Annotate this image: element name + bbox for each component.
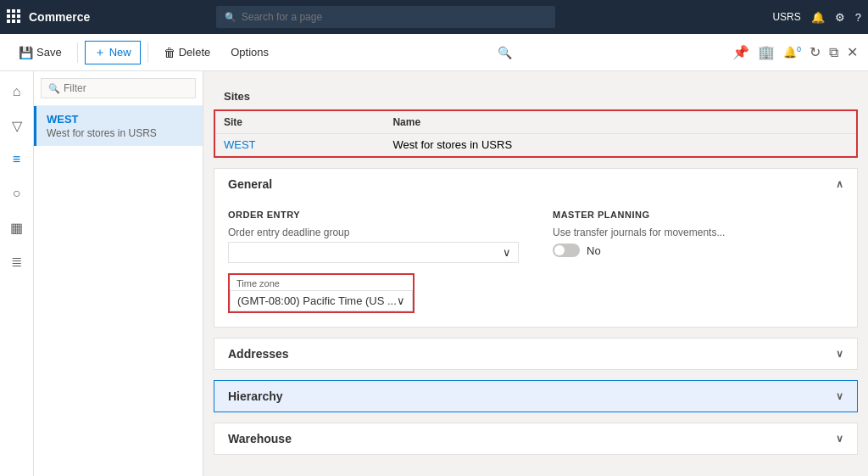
toolbar-search-icon[interactable]: 🔍: [498, 46, 512, 59]
close-icon[interactable]: ✕: [847, 44, 858, 60]
general-body: ORDER ENTRY Order entry deadline group ∨…: [214, 199, 857, 327]
timezone-wrapper: Time zone (GMT-08:00) Pacific Time (US .…: [228, 273, 415, 313]
warehouse-label: Warehouse: [228, 432, 292, 445]
office-icon[interactable]: 🏢: [758, 44, 775, 60]
col-site: Site: [215, 111, 384, 134]
site-cell[interactable]: WEST: [215, 134, 384, 156]
warehouse-header[interactable]: Warehouse ∨: [214, 423, 857, 454]
deadline-group-label: Order entry deadline group: [228, 227, 519, 238]
settings-icon[interactable]: ⚙: [835, 11, 845, 24]
name-cell: West for stores in USRS: [384, 134, 856, 156]
master-planning-label: MASTER PLANNING: [553, 210, 843, 220]
svg-rect-0: [7, 9, 10, 13]
app-title: Commerce: [29, 10, 90, 24]
svg-rect-2: [17, 9, 20, 13]
warehouse-chevron: ∨: [836, 433, 843, 445]
list-item-west[interactable]: WEST West for stores in USRS: [34, 106, 203, 146]
svg-rect-7: [12, 20, 15, 23]
search-icon: 🔍: [225, 12, 236, 23]
nav-menu-icon[interactable]: ≡: [3, 146, 31, 173]
sites-label-area: Sites: [203, 71, 868, 109]
waffle-icon[interactable]: [7, 9, 20, 25]
hierarchy-section: Hierarchy ∨: [214, 380, 858, 412]
hierarchy-label: Hierarchy: [228, 389, 283, 403]
toggle-row: No: [553, 244, 843, 257]
left-panel: 🔍 WEST West for stores in USRS: [34, 71, 203, 476]
table-row: WEST West for stores in USRS: [215, 134, 856, 156]
nav-right-icons: USRS 🔔 ⚙ ?: [772, 11, 861, 24]
general-label: General: [228, 177, 272, 191]
filter-input[interactable]: [64, 82, 188, 94]
search-bar[interactable]: 🔍: [216, 6, 555, 28]
addresses-label: Addresses: [228, 347, 289, 361]
content-area: Sites Site Name WEST West for stores in …: [203, 71, 868, 476]
col-name: Name: [384, 111, 856, 134]
order-entry-col: ORDER ENTRY Order entry deadline group ∨…: [228, 210, 519, 313]
options-button[interactable]: Options: [222, 42, 277, 62]
user-label: USRS: [772, 11, 800, 23]
separator-1: [77, 42, 78, 63]
filter-input-wrapper[interactable]: 🔍: [41, 78, 196, 98]
addresses-header[interactable]: Addresses ∨: [214, 339, 857, 369]
svg-rect-1: [12, 9, 15, 13]
nav-filter-icon[interactable]: ▽: [3, 112, 31, 139]
general-chevron: ∧: [836, 178, 843, 190]
delete-icon: 🗑: [164, 46, 175, 59]
separator-2: [147, 42, 148, 63]
svg-rect-3: [7, 14, 10, 18]
general-two-col: ORDER ENTRY Order entry deadline group ∨…: [228, 210, 843, 313]
timezone-select[interactable]: (GMT-08:00) Pacific Time (US ... ∨: [230, 290, 413, 311]
nav-chart-icon[interactable]: ▦: [3, 214, 31, 241]
list-item-title: WEST: [47, 113, 192, 126]
hierarchy-chevron: ∨: [836, 390, 843, 402]
nav-clock-icon[interactable]: ○: [3, 180, 31, 207]
pin-icon[interactable]: 📌: [732, 44, 749, 60]
nav-home-icon[interactable]: ⌂: [3, 78, 31, 105]
addresses-chevron: ∨: [836, 348, 843, 360]
filter-search-icon: 🔍: [48, 83, 60, 94]
search-input[interactable]: [242, 11, 547, 23]
svg-rect-8: [17, 20, 20, 23]
bell-icon[interactable]: 🔔: [811, 11, 825, 24]
save-icon: 💾: [19, 46, 33, 59]
save-button[interactable]: 💾 Save: [10, 42, 70, 63]
svg-rect-4: [12, 14, 15, 18]
help-icon[interactable]: ?: [855, 11, 861, 24]
delete-button[interactable]: 🗑 Delete: [155, 42, 220, 63]
new-button[interactable]: ＋ New: [85, 41, 141, 64]
deadline-group-select[interactable]: ∨: [228, 242, 519, 263]
detach-icon[interactable]: ⧉: [829, 45, 838, 60]
toolbar-right-icons: 📌 🏢 🔔0 ↻ ⧉ ✕: [732, 44, 858, 60]
sidebar-icons: ⌂ ▽ ≡ ○ ▦ ≣: [0, 71, 34, 476]
toggle-text: No: [587, 244, 601, 257]
svg-rect-6: [7, 20, 10, 23]
general-section: General ∧ ORDER ENTRY Order entry deadli…: [214, 168, 858, 328]
warehouse-section: Warehouse ∨: [214, 423, 858, 455]
general-header[interactable]: General ∧: [214, 169, 857, 199]
nav-list-icon[interactable]: ≣: [3, 248, 31, 275]
refresh-icon[interactable]: ↻: [810, 44, 821, 60]
transfer-toggle[interactable]: [553, 244, 580, 257]
timezone-chevron-icon: ∨: [397, 294, 405, 307]
timezone-value: (GMT-08:00) Pacific Time (US ...: [237, 294, 397, 307]
addresses-section: Addresses ∨: [214, 338, 858, 370]
notification-badge[interactable]: 🔔0: [783, 45, 801, 59]
sites-table-wrapper: Site Name WEST West for stores in USRS: [214, 109, 858, 158]
hierarchy-header[interactable]: Hierarchy ∨: [214, 381, 857, 412]
list-item-subtitle: West for stores in USRS: [47, 127, 192, 139]
timezone-label: Time zone: [230, 275, 413, 290]
order-entry-label: ORDER ENTRY: [228, 210, 519, 220]
sites-section-label: Sites: [214, 81, 858, 108]
filter-bar: 🔍: [34, 71, 203, 106]
plus-icon: ＋: [94, 45, 106, 60]
main-layout: ⌂ ▽ ≡ ○ ▦ ≣ 🔍 WEST West for stores in US…: [0, 71, 868, 476]
toolbar: 💾 Save ＋ New 🗑 Delete Options 🔍 📌 🏢 🔔0 ↻…: [0, 34, 868, 71]
svg-rect-5: [17, 14, 20, 18]
sites-table: Site Name WEST West for stores in USRS: [215, 111, 856, 156]
top-nav: Commerce 🔍 USRS 🔔 ⚙ ?: [0, 0, 868, 34]
transfer-journals-label: Use transfer journals for movements...: [553, 227, 843, 238]
deadline-chevron-icon: ∨: [503, 246, 511, 259]
master-planning-col: MASTER PLANNING Use transfer journals fo…: [553, 210, 843, 313]
